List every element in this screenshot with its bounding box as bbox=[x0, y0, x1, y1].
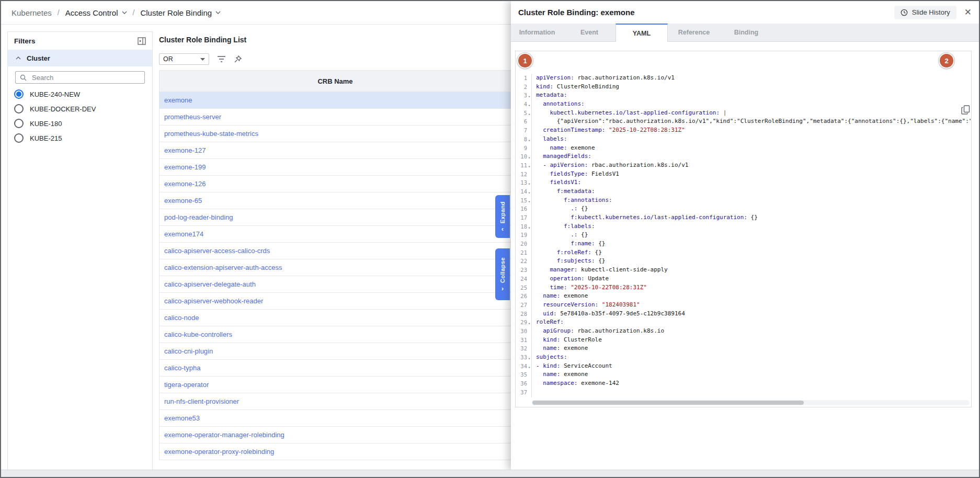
close-icon[interactable]: ✕ bbox=[964, 8, 972, 17]
pin-icon[interactable] bbox=[234, 55, 242, 63]
table-row[interactable]: calico-kube-controllers bbox=[159, 326, 511, 343]
table-row[interactable]: run-nfs-client-provisioner bbox=[159, 393, 511, 410]
crb-name-link[interactable]: prometheus-server bbox=[164, 113, 221, 121]
table-row[interactable]: pod-log-reader-binding bbox=[159, 209, 511, 226]
crb-name-link[interactable]: exemone-operator-manager-rolebinding bbox=[164, 431, 284, 439]
breadcrumb-access-control-label: Access Control bbox=[65, 8, 118, 17]
collapse-button[interactable]: Collapse › bbox=[495, 248, 510, 300]
table-row[interactable]: exemone bbox=[159, 92, 511, 109]
table-row[interactable]: calico-cni-plugin bbox=[159, 343, 511, 360]
tab-binding[interactable]: Binding bbox=[720, 24, 772, 41]
operator-select[interactable]: OR bbox=[159, 53, 209, 65]
table-row[interactable]: prometheus-kube-state-metrics bbox=[159, 126, 511, 142]
fold-arrow-icon[interactable]: ▾ bbox=[527, 355, 531, 363]
filter-section-cluster[interactable]: Cluster bbox=[8, 50, 152, 66]
table-row[interactable]: calico-typha bbox=[159, 360, 511, 377]
crb-name-link[interactable]: prometheus-kube-state-metrics bbox=[164, 130, 258, 138]
crb-name-link[interactable]: calico-kube-controllers bbox=[164, 331, 232, 338]
table-row[interactable]: calico-extension-apiserver-auth-access bbox=[159, 259, 511, 276]
cluster-option-kube-docker-dev[interactable]: KUBE-DOCKER-DEV bbox=[8, 101, 152, 116]
crb-name-link[interactable]: exemone bbox=[164, 96, 192, 104]
table-row[interactable]: calico-apiserver-access-calico-crds bbox=[159, 243, 511, 259]
yaml-line-text: apiGroup: rbac.authorization.k8s.io bbox=[531, 327, 664, 336]
fold-arrow-icon[interactable]: ▾ bbox=[527, 154, 531, 163]
cluster-option-kube-180[interactable]: KUBE-180 bbox=[8, 116, 152, 131]
crb-name-link[interactable]: calico-apiserver-delegate-auth bbox=[164, 280, 256, 288]
expand-button[interactable]: Expand ‹ bbox=[495, 195, 510, 238]
fold-arrow-icon[interactable]: ▾ bbox=[527, 93, 531, 101]
crb-name-link[interactable]: exemone-127 bbox=[164, 146, 206, 154]
crb-name-link[interactable]: tigera-operator bbox=[164, 381, 209, 389]
collapse-panel-icon[interactable] bbox=[138, 37, 146, 45]
yaml-line-text: fieldsType: FieldsV1 bbox=[531, 170, 619, 179]
slide-history-button[interactable]: Slide History bbox=[894, 6, 956, 19]
table-row[interactable]: exemone-199 bbox=[159, 159, 511, 176]
yaml-line-text: uid: 5e78410a-b35f-4097-9de5-c12b9c38916… bbox=[531, 310, 685, 318]
yaml-code[interactable]: 1apiVersion: rbac.authorization.k8s.io/v… bbox=[516, 74, 971, 397]
radio-button[interactable] bbox=[14, 104, 24, 113]
horizontal-scrollbar[interactable] bbox=[532, 400, 970, 405]
cluster-option-kube-215[interactable]: KUBE-215 bbox=[8, 131, 152, 145]
table-row[interactable]: exemone174 bbox=[159, 226, 511, 243]
scrollbar-thumb[interactable] bbox=[532, 401, 804, 405]
line-number: 10▾ bbox=[516, 152, 531, 161]
fold-arrow-icon[interactable]: ▾ bbox=[527, 110, 531, 119]
radio-button[interactable] bbox=[14, 119, 24, 128]
table-row[interactable]: exemone-65 bbox=[159, 192, 511, 209]
crb-name-link[interactable]: calico-apiserver-access-calico-crds bbox=[164, 247, 270, 255]
cluster-option-kube-240-new[interactable]: KUBE-240-NEW bbox=[8, 87, 152, 101]
crb-name-link[interactable]: exemone-199 bbox=[164, 163, 206, 171]
line-number: 32 bbox=[516, 344, 531, 353]
filter-icon[interactable] bbox=[217, 55, 226, 63]
crb-name-link[interactable]: calico-cni-plugin bbox=[164, 347, 213, 355]
radio-button[interactable] bbox=[14, 89, 24, 99]
fold-arrow-icon[interactable]: ▾ bbox=[527, 198, 531, 207]
crb-name-link[interactable]: calico-extension-apiserver-auth-access bbox=[164, 264, 282, 271]
table-row[interactable]: calico-apiserver-webhook-reader bbox=[159, 293, 511, 310]
radio-button[interactable] bbox=[14, 133, 24, 143]
fold-arrow-icon[interactable]: ▾ bbox=[527, 224, 531, 233]
table-row[interactable]: exemone-126 bbox=[159, 176, 511, 192]
table-row[interactable]: tigera-operator bbox=[159, 377, 511, 393]
tab-event[interactable]: Event bbox=[563, 24, 616, 41]
tab-reference[interactable]: Reference bbox=[668, 24, 720, 41]
copy-icon[interactable] bbox=[961, 105, 970, 115]
breadcrumb-access-control[interactable]: Access Control bbox=[65, 8, 127, 17]
fold-arrow-icon[interactable]: ▾ bbox=[527, 363, 531, 372]
fold-arrow-icon[interactable]: ▾ bbox=[527, 136, 531, 145]
radio-label: KUBE-240-NEW bbox=[30, 90, 80, 98]
table-row[interactable]: prometheus-server bbox=[159, 109, 511, 126]
table-row[interactable]: exemone53 bbox=[159, 410, 511, 427]
crb-name-link[interactable]: exemone53 bbox=[164, 414, 200, 422]
crb-name-link[interactable]: calico-apiserver-webhook-reader bbox=[164, 297, 263, 305]
crb-name-link[interactable]: run-nfs-client-provisioner bbox=[164, 397, 239, 405]
search-input[interactable] bbox=[31, 73, 140, 82]
fold-arrow-icon[interactable]: ▾ bbox=[527, 189, 531, 198]
crb-name-link[interactable]: exemone-126 bbox=[164, 180, 206, 188]
breadcrumb-cluster-role-binding[interactable]: Cluster Role Binding bbox=[140, 8, 221, 17]
fold-arrow-icon[interactable]: ▾ bbox=[527, 320, 531, 328]
table-row[interactable]: calico-apiserver-delegate-auth bbox=[159, 276, 511, 293]
line-number: 4▾ bbox=[516, 100, 531, 109]
table-row[interactable]: calico-node bbox=[159, 310, 511, 326]
tab-yaml[interactable]: YAML bbox=[616, 24, 668, 42]
table-row[interactable]: exemone-127 bbox=[159, 142, 511, 159]
crb-name-link[interactable]: exemone-65 bbox=[164, 197, 202, 204]
fold-arrow-icon[interactable]: ▾ bbox=[527, 163, 531, 172]
fold-arrow-icon[interactable]: ▾ bbox=[527, 180, 531, 189]
radio-label: KUBE-DOCKER-DEV bbox=[30, 105, 96, 113]
crb-name-link[interactable]: calico-typha bbox=[164, 364, 200, 372]
yaml-line: 3▾metadata: bbox=[516, 91, 971, 100]
crb-name-link[interactable]: pod-log-reader-binding bbox=[164, 213, 233, 221]
yaml-line: 6 {"apiVersion":"rbac.authorization.k8s.… bbox=[516, 117, 971, 126]
tab-information[interactable]: Information bbox=[511, 24, 563, 41]
table-row[interactable]: exemone-operator-manager-rolebinding bbox=[159, 427, 511, 443]
crb-name-link[interactable]: calico-node bbox=[164, 314, 199, 322]
yaml-line: 12 fieldsType: FieldsV1 bbox=[516, 170, 971, 179]
crb-name-link[interactable]: exemone-operator-proxy-rolebinding bbox=[164, 448, 274, 456]
table-row[interactable]: exemone-operator-proxy-rolebinding bbox=[159, 443, 511, 460]
crb-name-link[interactable]: exemone174 bbox=[164, 230, 203, 238]
yaml-line: 2kind: ClusterRoleBinding bbox=[516, 83, 971, 92]
fold-arrow-icon[interactable]: ▾ bbox=[527, 101, 531, 110]
yaml-line: 34▾- kind: ServiceAccount bbox=[516, 362, 971, 371]
